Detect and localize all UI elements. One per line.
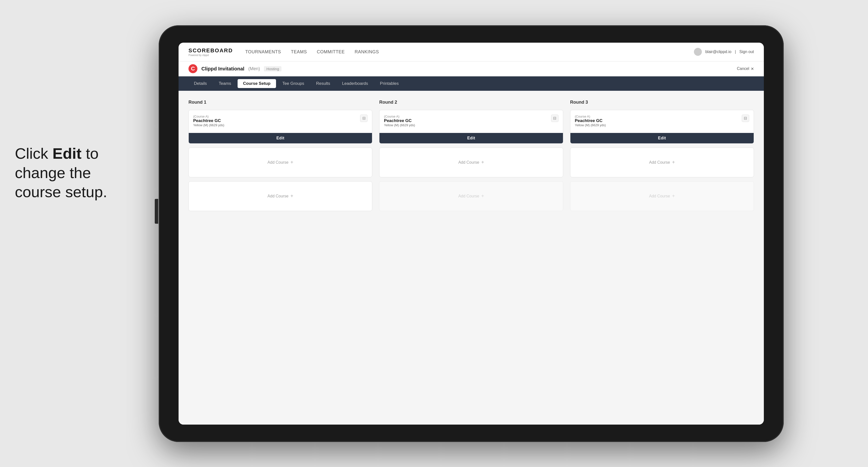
round-2-course-name: Peachtree GC (384, 118, 415, 123)
round-2-card-header: (Course A) Peachtree GC Yellow (M) (6629… (384, 115, 558, 130)
nav-link-teams[interactable]: TEAMS (291, 49, 307, 55)
cancel-button[interactable]: Cancel ✕ (737, 66, 754, 71)
tournament-logo: C (188, 64, 197, 73)
logo-scoreboard: SCOREBOARD (188, 48, 233, 54)
round-2-title: Round 2 (379, 100, 563, 105)
round-3-add-course-label-2: Add Course + (649, 193, 675, 199)
round-2-course-label: (Course A) (384, 115, 415, 118)
round-1-course-details: Yellow (M) (6629 yds) (193, 123, 224, 127)
hosting-badge: Hosting (264, 66, 281, 71)
nav-link-tournaments[interactable]: TOURNAMENTS (245, 49, 281, 55)
plus-icon-2: + (290, 193, 293, 199)
round-1-add-course-2[interactable]: Add Course + (188, 181, 372, 211)
nav-separator: | (735, 50, 736, 54)
nav-link-committee[interactable]: COMMITTEE (317, 49, 345, 55)
user-email: blair@clippd.io (705, 50, 731, 54)
round-1-card-header: (Course A) Peachtree GC Yellow (M) (6629… (193, 115, 368, 130)
round-2-add-course-label-2: Add Course + (458, 193, 484, 199)
close-icon: ✕ (751, 66, 754, 71)
round-3-column: Round 3 (Course A) Peachtree GC Yellow (… (570, 100, 754, 211)
tab-bar: Details Teams Course Setup Tee Groups Re… (179, 76, 764, 91)
tab-leaderboards[interactable]: Leaderboards (337, 79, 373, 88)
tab-printables[interactable]: Printables (374, 79, 404, 88)
round-1-add-course-label-2: Add Course + (268, 193, 293, 199)
plus-icon-5: + (672, 159, 675, 165)
round-1-course-name: Peachtree GC (193, 118, 224, 123)
logo-tagline: Powered by clippd (188, 54, 233, 57)
plus-icon-1: + (290, 159, 293, 165)
round-3-edit-button[interactable]: Edit (570, 133, 754, 143)
round-3-card-header: (Course A) Peachtree GC Yellow (M) (6629… (575, 115, 749, 130)
round-3-delete-button[interactable]: ⊟ (742, 115, 749, 122)
round-1-add-course-1[interactable]: Add Course + (188, 148, 372, 177)
content-area: Round 1 (Course A) Peachtree GC Yellow (… (179, 91, 764, 425)
round-3-course-card: (Course A) Peachtree GC Yellow (M) (6629… (570, 110, 754, 144)
plus-icon-6: + (672, 193, 675, 199)
round-1-add-course-label-1: Add Course + (268, 159, 293, 165)
round-1-edit-button[interactable]: Edit (189, 133, 372, 143)
round-3-course-label: (Course A) (575, 115, 606, 118)
tablet-screen: SCOREBOARD Powered by clippd TOURNAMENTS… (179, 43, 764, 425)
rounds-container: Round 1 (Course A) Peachtree GC Yellow (… (188, 100, 754, 211)
round-3-course-details: Yellow (M) (6629 yds) (575, 123, 606, 127)
round-3-add-course-label-1: Add Course + (649, 159, 675, 165)
tab-tee-groups[interactable]: Tee Groups (277, 79, 310, 88)
round-2-course-details: Yellow (M) (6629 yds) (384, 123, 415, 127)
annotation-text: Click Edit tochange thecourse setup. (15, 144, 184, 201)
tablet-side-button (155, 199, 158, 224)
round-1-course-card: (Course A) Peachtree GC Yellow (M) (6629… (188, 110, 372, 144)
tablet-frame: SCOREBOARD Powered by clippd TOURNAMENTS… (159, 25, 784, 442)
nav-user: blair@clippd.io | Sign out (694, 48, 754, 56)
tab-details[interactable]: Details (188, 79, 212, 88)
sub-header: C Clippd Invitational (Men) Hosting Canc… (179, 62, 764, 76)
round-1-delete-button[interactable]: ⊟ (360, 115, 368, 122)
round-2-column: Round 2 (Course A) Peachtree GC Yellow (… (379, 100, 563, 211)
nav-links: TOURNAMENTS TEAMS COMMITTEE RANKINGS (245, 49, 694, 55)
sub-header-left: C Clippd Invitational (Men) Hosting (188, 64, 281, 73)
tab-results[interactable]: Results (310, 79, 336, 88)
avatar (694, 48, 702, 56)
tournament-gender: (Men) (248, 66, 260, 71)
round-2-add-course-2: Add Course + (379, 181, 563, 211)
round-3-add-course-2: Add Course + (570, 181, 754, 211)
top-nav: SCOREBOARD Powered by clippd TOURNAMENTS… (179, 43, 764, 62)
round-2-course-card: (Course A) Peachtree GC Yellow (M) (6629… (379, 110, 563, 144)
round-3-title: Round 3 (570, 100, 754, 105)
round-2-delete-button[interactable]: ⊟ (551, 115, 558, 122)
cancel-label: Cancel (737, 66, 749, 71)
plus-icon-4: + (481, 193, 484, 199)
tab-teams[interactable]: Teams (213, 79, 237, 88)
round-1-column: Round 1 (Course A) Peachtree GC Yellow (… (188, 100, 372, 211)
round-2-add-course-1[interactable]: Add Course + (379, 148, 563, 177)
annotation-bold: Edit (53, 145, 82, 162)
round-1-title: Round 1 (188, 100, 372, 105)
sign-out-link[interactable]: Sign out (739, 50, 754, 54)
tournament-name: Clippd Invitational (202, 66, 244, 72)
round-2-edit-button[interactable]: Edit (379, 133, 563, 143)
logo-area: SCOREBOARD Powered by clippd (188, 48, 233, 57)
round-1-course-label: (Course A) (193, 115, 224, 118)
round-3-add-course-1[interactable]: Add Course + (570, 148, 754, 177)
nav-link-rankings[interactable]: RANKINGS (354, 49, 379, 55)
round-3-course-name: Peachtree GC (575, 118, 606, 123)
tab-course-setup[interactable]: Course Setup (238, 79, 276, 88)
plus-icon-3: + (481, 159, 484, 165)
round-2-add-course-label-1: Add Course + (458, 159, 484, 165)
